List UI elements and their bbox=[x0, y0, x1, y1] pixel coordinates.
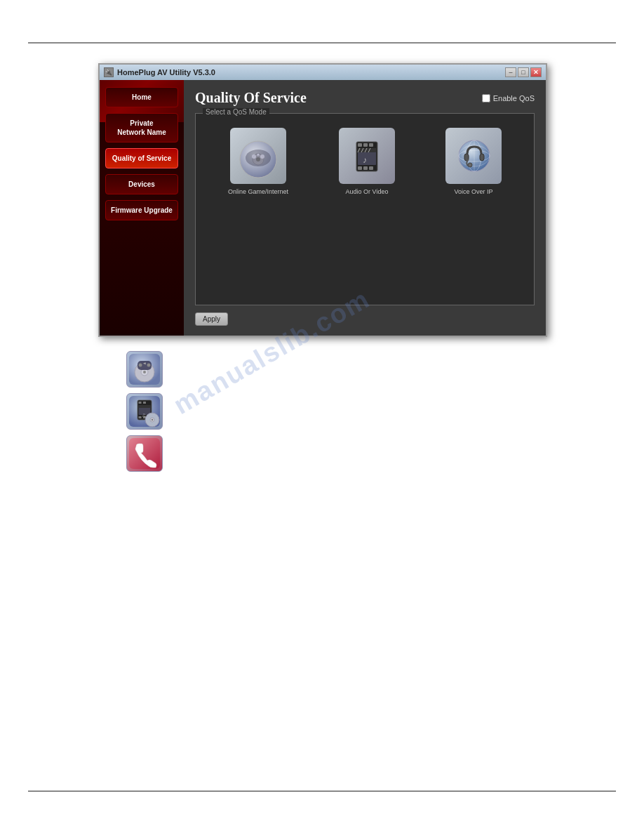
svg-point-50 bbox=[152, 419, 153, 421]
qos-voip-label: Voice Over IP bbox=[454, 188, 492, 195]
svg-rect-42 bbox=[143, 402, 146, 404]
svg-point-33 bbox=[143, 371, 146, 373]
app-body: Home PrivateNetwork Name Quality of Serv… bbox=[100, 80, 546, 336]
svg-rect-13 bbox=[363, 166, 368, 170]
below-av-icon: ♫ bbox=[126, 393, 163, 430]
qos-item-game[interactable]: Online Game/Internet bbox=[228, 128, 288, 195]
app-icon: 🔌 bbox=[104, 67, 114, 77]
svg-rect-10 bbox=[363, 143, 368, 147]
qos-av-label: Audio Or Video bbox=[346, 188, 389, 195]
qos-voip-icon bbox=[445, 128, 502, 184]
svg-point-36 bbox=[147, 364, 151, 367]
enable-qos-label: Enable QoS bbox=[493, 94, 535, 102]
nav-devices[interactable]: Devices bbox=[105, 174, 178, 194]
content-header: Quality Of Service Enable QoS bbox=[195, 90, 535, 106]
enable-qos-checkbox[interactable] bbox=[482, 94, 490, 102]
nav-firmware-upgrade[interactable]: Firmware Upgrade bbox=[105, 200, 178, 220]
svg-rect-38 bbox=[145, 362, 145, 364]
minimize-button[interactable]: – bbox=[505, 67, 516, 77]
svg-point-29 bbox=[468, 163, 472, 167]
qos-icons-row: Online Game/Internet bbox=[203, 121, 527, 198]
top-rule bbox=[28, 42, 616, 44]
qos-mode-label: Select a QoS Mode bbox=[203, 108, 269, 116]
qos-item-voip[interactable]: Voice Over IP bbox=[445, 128, 502, 195]
svg-rect-46 bbox=[139, 405, 151, 408]
svg-text:♪: ♪ bbox=[363, 155, 367, 165]
page-title: Quality Of Service bbox=[195, 90, 307, 106]
svg-rect-12 bbox=[358, 166, 362, 170]
nav-quality-of-service[interactable]: Quality of Service bbox=[105, 148, 178, 168]
qos-item-av[interactable]: ♪ Audio Or Video bbox=[339, 128, 395, 195]
window-controls: – □ ✕ bbox=[505, 67, 542, 77]
enable-qos-control: Enable QoS bbox=[482, 94, 535, 102]
svg-rect-14 bbox=[369, 166, 373, 170]
svg-rect-28 bbox=[480, 154, 484, 161]
nav-private-network[interactable]: PrivateNetwork Name bbox=[105, 113, 178, 143]
svg-rect-9 bbox=[358, 143, 362, 147]
window-title: HomePlug AV Utility V5.3.0 bbox=[117, 68, 505, 77]
svg-rect-43 bbox=[139, 416, 142, 418]
title-bar: 🔌 HomePlug AV Utility V5.3.0 – □ ✕ bbox=[100, 65, 546, 80]
qos-av-icon: ♪ bbox=[339, 128, 395, 184]
main-content: Quality Of Service Enable QoS Select a Q… bbox=[184, 80, 546, 336]
app-window: 🔌 HomePlug AV Utility V5.3.0 – □ ✕ Home … bbox=[98, 63, 547, 337]
apply-button[interactable]: Apply bbox=[195, 312, 228, 326]
sidebar: Home PrivateNetwork Name Quality of Serv… bbox=[100, 80, 184, 336]
bottom-rule bbox=[28, 790, 616, 792]
svg-rect-7 bbox=[257, 154, 259, 156]
svg-point-35 bbox=[139, 364, 142, 367]
nav-home[interactable]: Home bbox=[105, 87, 178, 107]
maximize-button[interactable]: □ bbox=[518, 67, 529, 77]
close-button[interactable]: ✕ bbox=[530, 67, 542, 77]
below-voip-icon bbox=[126, 435, 163, 472]
qos-mode-box: Select a QoS Mode bbox=[195, 113, 535, 305]
qos-game-icon bbox=[230, 128, 286, 184]
qos-game-label: Online Game/Internet bbox=[228, 188, 288, 195]
below-icons: ♫ bbox=[126, 351, 163, 472]
svg-point-4 bbox=[252, 154, 256, 159]
below-game-icon bbox=[126, 351, 163, 388]
svg-point-5 bbox=[260, 154, 264, 159]
svg-rect-41 bbox=[139, 402, 142, 404]
svg-point-3 bbox=[246, 150, 271, 166]
svg-rect-11 bbox=[369, 143, 373, 147]
